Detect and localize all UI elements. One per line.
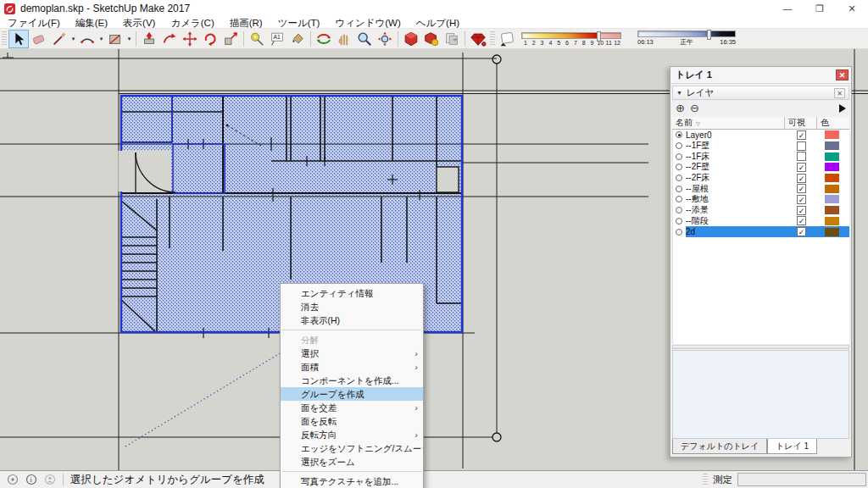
line-dropdown-caret[interactable]: ▾ <box>70 36 77 42</box>
geolocation-icon[interactable] <box>7 474 19 485</box>
visible-checkbox[interactable]: ✓ <box>797 174 806 183</box>
menu-item-add-photo-texture[interactable]: 写真テクスチャを追加... <box>281 474 423 488</box>
component-button[interactable] <box>421 30 442 48</box>
layer-row-2f-wall[interactable]: --2F壁✓ <box>673 162 849 173</box>
pushpull-tool-button[interactable] <box>139 30 159 48</box>
layer-radio[interactable] <box>676 153 682 160</box>
layer-row-1f-floor[interactable]: --1F床 <box>673 151 849 162</box>
tab-default-tray[interactable]: デフォルトのトレイ <box>672 439 767 454</box>
layer-row-stairs[interactable]: --階段✓ <box>673 216 849 227</box>
menu-item-reverse-faces[interactable]: 面を反転 <box>281 414 423 428</box>
rectangle-tool-button[interactable] <box>105 30 125 48</box>
visible-checkbox[interactable]: ✓ <box>797 195 806 204</box>
menu-item-intersect-faces[interactable]: 面を交差› <box>281 401 423 414</box>
visible-checkbox[interactable]: ✓ <box>797 130 806 140</box>
line-tool-button[interactable] <box>49 30 70 48</box>
restore-button[interactable]: ❐ <box>804 0 836 17</box>
menu-item-erase[interactable]: 消去 <box>281 300 423 313</box>
layer-color-swatch[interactable] <box>825 163 839 171</box>
followme-tool-button[interactable] <box>159 30 180 48</box>
zoom-extents-tool-button[interactable] <box>375 30 395 48</box>
layer-color-swatch[interactable] <box>825 217 839 225</box>
column-visible[interactable]: 可視 <box>785 117 817 129</box>
shadow-date-slider[interactable]: 123456789101112 <box>521 32 621 46</box>
shadow-toggle-button[interactable] <box>497 30 517 48</box>
date-slider-bar[interactable] <box>521 32 621 39</box>
add-layer-button[interactable]: ⊕ <box>676 103 685 114</box>
menu-item-flip-along[interactable]: 反転方向› <box>281 428 423 441</box>
toolbar-grip[interactable] <box>2 31 7 47</box>
eraser-tool-button[interactable] <box>29 30 49 48</box>
rotate-tool-button[interactable] <box>200 30 220 48</box>
3d-warehouse-button[interactable] <box>401 30 421 48</box>
layer-color-swatch[interactable] <box>825 174 839 182</box>
layer-color-swatch[interactable] <box>825 130 839 139</box>
layers-section-close-button[interactable]: ✕ <box>834 88 845 98</box>
menu-item-select[interactable]: 選択› <box>281 347 423 360</box>
layer-row-2f-floor[interactable]: --2F床✓ <box>673 173 849 184</box>
current-layer-radio[interactable] <box>676 131 682 138</box>
menu-view[interactable]: 表示(V) <box>115 17 163 29</box>
tape-measure-tool-button[interactable] <box>247 30 267 48</box>
pan-tool-button[interactable] <box>334 30 354 48</box>
layer-radio[interactable] <box>676 218 682 225</box>
paint-bucket-tool-button[interactable] <box>287 30 308 48</box>
extension-warehouse-button[interactable] <box>468 30 488 48</box>
menu-item-make-component[interactable]: コンポーネントを作成... <box>281 374 423 387</box>
move-tool-button[interactable] <box>180 30 200 48</box>
rectangle-dropdown-caret[interactable]: ▾ <box>125 36 133 42</box>
layer-row-entourage[interactable]: --添景✓ <box>673 205 849 216</box>
menu-item-area[interactable]: 面積› <box>281 360 423 374</box>
menu-item-make-group[interactable]: グループを作成 <box>281 387 423 401</box>
remove-layer-button[interactable]: ⊖ <box>690 103 699 114</box>
tray-title-bar[interactable]: トレイ 1 ✕ <box>670 67 851 84</box>
visible-checkbox[interactable]: ✓ <box>797 163 806 172</box>
layers-details-button[interactable] <box>839 104 846 113</box>
layer-radio[interactable] <box>676 175 682 181</box>
layer-color-swatch[interactable] <box>825 228 839 236</box>
menu-help[interactable]: ヘルプ(H) <box>409 17 467 29</box>
menu-item-soften-smooth-edges[interactable]: エッジをソフトニング/スムージング <box>281 441 423 455</box>
layer-row-layer0[interactable]: Layer0✓ <box>673 130 849 141</box>
layer-color-swatch[interactable] <box>825 206 839 214</box>
menu-item-entity-info[interactable]: エンティティ情報 <box>281 286 423 300</box>
measure-input[interactable] <box>737 473 866 486</box>
sign-in-user-icon[interactable] <box>44 474 56 485</box>
collapse-icon[interactable]: ▼ <box>676 90 682 96</box>
visible-checkbox[interactable]: ✓ <box>797 206 806 215</box>
visible-checkbox[interactable] <box>797 141 806 151</box>
menu-tools[interactable]: ツール(T) <box>270 17 328 29</box>
column-color[interactable]: 色 <box>817 117 846 129</box>
layer-radio[interactable] <box>676 207 682 214</box>
shadow-toolbar-grip[interactable] <box>490 31 495 47</box>
layer-row-site[interactable]: --敷地✓ <box>673 194 849 205</box>
minimize-button[interactable]: — <box>771 0 804 17</box>
tab-tray-1[interactable]: トレイ 1 <box>767 439 817 454</box>
visible-checkbox[interactable]: ✓ <box>797 227 806 236</box>
layer-color-swatch[interactable] <box>825 195 839 203</box>
menu-item-zoom-selection[interactable]: 選択をズーム <box>281 455 423 469</box>
menu-edit[interactable]: 編集(E) <box>68 17 115 29</box>
layer-radio[interactable] <box>676 164 682 170</box>
layer-row-2d[interactable]: 2d✓ <box>673 226 849 237</box>
tray-close-button[interactable]: ✕ <box>836 69 849 80</box>
layer-radio[interactable] <box>676 186 682 192</box>
visible-checkbox[interactable]: ✓ <box>797 216 806 225</box>
menu-draw[interactable]: 描画(R) <box>222 17 270 29</box>
select-tool-button[interactable] <box>8 30 29 48</box>
credits-info-icon[interactable]: i <box>25 474 37 485</box>
share-model-button[interactable] <box>442 30 462 48</box>
orbit-tool-button[interactable] <box>314 30 334 48</box>
layer-row-1f-wall[interactable]: --1F壁 <box>673 141 849 152</box>
menu-file[interactable]: ファイル(F) <box>0 17 68 29</box>
zoom-tool-button[interactable] <box>354 30 375 48</box>
text-tool-button[interactable]: A1 <box>267 30 287 48</box>
visible-checkbox[interactable]: ✓ <box>797 184 806 193</box>
shadow-time-slider[interactable]: 06:13 正午 16:35 <box>637 30 736 47</box>
layer-radio[interactable] <box>676 142 682 149</box>
layer-radio[interactable] <box>676 229 682 236</box>
menu-item-hide[interactable]: 非表示(H) <box>281 313 423 327</box>
menu-camera[interactable]: カメラ(C) <box>163 17 221 29</box>
visible-checkbox[interactable] <box>797 152 806 161</box>
layer-row-roof[interactable]: --屋根✓ <box>673 183 849 194</box>
